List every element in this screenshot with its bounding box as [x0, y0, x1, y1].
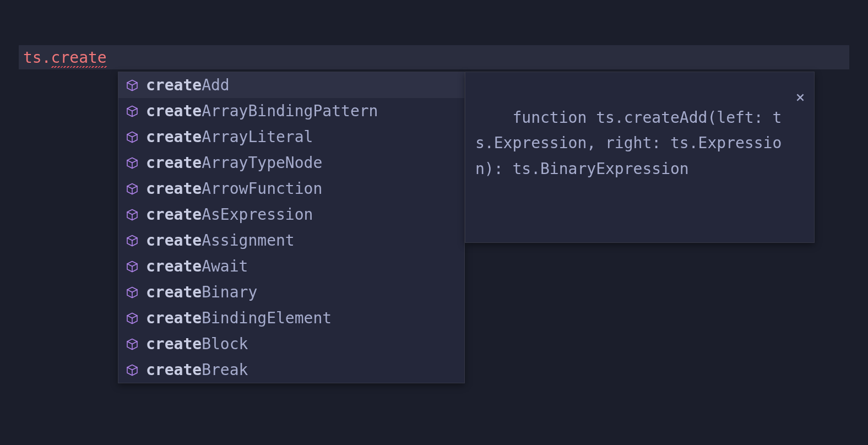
token-member: create: [51, 48, 107, 67]
suggestion-item[interactable]: createArrowFunction: [118, 176, 464, 202]
editor-line[interactable]: ts.create: [19, 45, 849, 69]
suggestion-match: create: [146, 180, 202, 198]
suggestion-item[interactable]: createBreak: [118, 357, 464, 383]
suggestion-rest: ArrowFunction: [202, 180, 322, 198]
suggestion-item[interactable]: createAssignment: [118, 227, 464, 253]
suggestion-match: create: [146, 231, 202, 249]
suggestion-match: create: [146, 128, 202, 146]
signature-text: function ts.createAdd(left: ts.Expressio…: [475, 108, 782, 177]
close-icon: [795, 34, 807, 136]
suggestion-item[interactable]: createAdd: [118, 72, 464, 98]
suggestion-item[interactable]: createAwait: [118, 253, 464, 279]
method-icon: [125, 130, 139, 144]
token-dot: .: [42, 48, 51, 67]
method-icon: [125, 259, 139, 274]
suggestion-rest: Block: [202, 335, 248, 353]
suggestion-match: create: [146, 335, 202, 353]
suggestion-item[interactable]: createArrayLiteral: [118, 124, 464, 150]
token-member-text: create: [51, 48, 107, 67]
suggestion-rest: Await: [202, 257, 248, 275]
suggestion-match: create: [146, 257, 202, 275]
suggestion-match: create: [146, 205, 202, 224]
suggestion-rest: ArrayLiteral: [202, 128, 313, 146]
suggestion-match: create: [146, 283, 202, 301]
suggestion-rest: AsExpression: [202, 205, 313, 224]
suggestion-rest: Add: [202, 76, 230, 94]
method-icon: [125, 156, 139, 170]
method-icon: [125, 208, 139, 222]
method-icon: [125, 285, 139, 300]
signature-detail-panel: function ts.createAdd(left: ts.Expressio…: [465, 72, 815, 243]
suggestion-item[interactable]: createArrayBindingPattern: [118, 98, 464, 124]
method-icon: [125, 363, 139, 377]
suggestion-match: create: [146, 361, 202, 379]
suggestion-rest: Binary: [202, 283, 257, 301]
suggestion-list[interactable]: createAdd createArrayBindingPattern crea…: [118, 72, 465, 383]
suggestion-rest: Assignment: [202, 231, 295, 249]
autocomplete-popup: createAdd createArrayBindingPattern crea…: [118, 72, 815, 383]
token-namespace: ts: [23, 48, 42, 67]
method-icon: [125, 234, 139, 248]
suggestion-rest: ArrayBindingPattern: [202, 102, 378, 120]
suggestion-match: create: [146, 309, 202, 327]
method-icon: [125, 311, 139, 325]
method-icon: [125, 337, 139, 351]
suggestion-match: create: [146, 154, 202, 172]
suggestion-rest: ArrayTypeNode: [202, 154, 322, 172]
suggestion-item[interactable]: createAsExpression: [118, 202, 464, 227]
method-icon: [125, 78, 139, 93]
suggestion-item[interactable]: createArrayTypeNode: [118, 150, 464, 176]
close-button[interactable]: [795, 79, 807, 91]
method-icon: [125, 104, 139, 118]
suggestion-rest: BindingElement: [202, 309, 332, 327]
suggestion-item[interactable]: createBinary: [118, 279, 464, 305]
suggestion-item[interactable]: createBlock: [118, 331, 464, 357]
suggestion-match: create: [146, 102, 202, 120]
suggestion-item[interactable]: createBindingElement: [118, 305, 464, 331]
suggestion-match: create: [146, 76, 202, 94]
suggestion-rest: Break: [202, 361, 248, 379]
error-squiggle: [51, 66, 107, 68]
method-icon: [125, 182, 139, 196]
